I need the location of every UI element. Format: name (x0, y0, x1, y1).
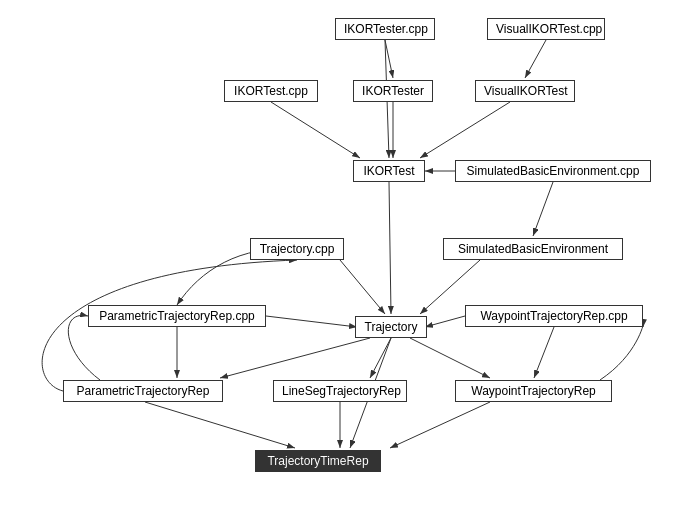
svg-line-16 (220, 338, 370, 378)
node-visualikortest-cpp: VisualIKORTest.cpp (487, 18, 605, 40)
node-visualikortest: VisualIKORTest (475, 80, 575, 102)
svg-line-10 (340, 260, 385, 314)
svg-line-22 (390, 402, 490, 448)
svg-line-17 (370, 338, 391, 378)
node-ikortester-cpp: IKORTester.cpp (335, 18, 435, 40)
node-simulatedbasicenvironment: SimulatedBasicEnvironment (443, 238, 623, 260)
node-ikortester: IKORTester (353, 80, 433, 102)
svg-line-18 (410, 338, 490, 378)
diagram: IKORTester.cpp VisualIKORTest.cpp IKORTe… (0, 0, 686, 510)
svg-line-4 (271, 102, 360, 158)
node-ikortest: IKORTest (353, 160, 425, 182)
node-ikortest-cpp: IKORTest.cpp (224, 80, 318, 102)
svg-line-15 (425, 316, 465, 327)
node-trajectory: Trajectory (355, 316, 427, 338)
svg-line-20 (145, 402, 295, 448)
node-parametrictrajectory: ParametricTrajectoryRep (63, 380, 223, 402)
svg-line-6 (420, 102, 510, 158)
node-simulatedbasicenvironment-cpp: SimulatedBasicEnvironment.cpp (455, 160, 651, 182)
node-waypointtrajectory-cpp: WaypointTrajectoryRep.cpp (465, 305, 643, 327)
svg-line-14 (534, 327, 554, 378)
node-trajectory-cpp: Trajectory.cpp (250, 238, 344, 260)
node-waypointtrajectory: WaypointTrajectoryRep (455, 380, 612, 402)
node-trajectorytime: TrajectoryTimeRep (255, 450, 381, 472)
svg-line-8 (533, 182, 553, 236)
node-parametrictrajectory-cpp: ParametricTrajectoryRep.cpp (88, 305, 266, 327)
svg-line-13 (266, 316, 357, 327)
svg-line-3 (525, 40, 546, 78)
svg-line-7 (389, 182, 391, 314)
node-linesegtrajectory: LineSegTrajectoryRep (273, 380, 407, 402)
